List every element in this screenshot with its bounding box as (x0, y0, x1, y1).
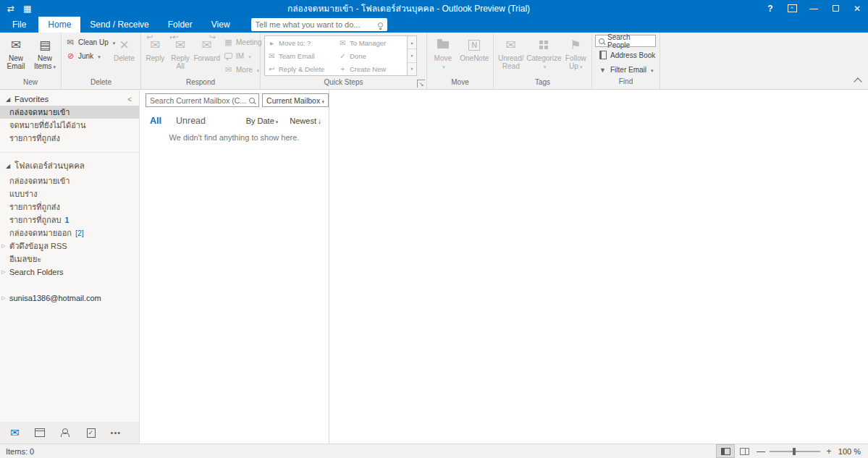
dropdown-arrow-icon (51, 62, 56, 70)
close-button[interactable] (846, 0, 868, 17)
quick-step-to-manager[interactable]: ✉To Manager (336, 36, 407, 49)
folder-deleted-items[interactable]: รายการที่ถูกลบ1 (0, 213, 139, 226)
sort-arrow-icon (316, 116, 321, 125)
address-book-button[interactable]: Address Book (595, 48, 657, 62)
minimize-button[interactable] (803, 0, 825, 17)
zoom-slider-thumb[interactable] (793, 448, 796, 455)
tab-folder[interactable]: Folder (159, 17, 202, 33)
account-hotmail[interactable]: sunisa1386@hotmail.com (0, 292, 139, 305)
search-people-button[interactable]: Search People (595, 35, 656, 47)
quick-steps-gallery: ▸Move to: ? ✉To Manager ✉Team Email ✓Don… (264, 35, 408, 76)
zoom-out-button[interactable]: — (754, 446, 768, 457)
ribbon-tab-row: File Home Send / Receive Folder View Tel… (0, 17, 868, 33)
new-email-button[interactable]: New Email (1, 34, 30, 77)
dropdown-arrow-icon (321, 96, 325, 105)
sort-direction[interactable]: Newest (290, 116, 321, 125)
quick-step-team-email[interactable]: ✉Team Email (265, 49, 336, 62)
new-items-button[interactable]: New Items (30, 34, 59, 77)
im-button[interactable]: IM (221, 49, 258, 63)
im-icon (224, 53, 232, 59)
nav-calendar-icon[interactable] (35, 428, 45, 437)
dropdown-arrow-icon (578, 62, 583, 70)
junk-button[interactable]: Junk (63, 49, 109, 63)
ribbon-display-options-icon[interactable] (781, 0, 803, 17)
folder-inbox[interactable]: กล่องจดหมายเข้า (0, 174, 139, 187)
nav-tasks-icon[interactable] (87, 428, 96, 438)
nav-people-icon[interactable] (60, 428, 72, 437)
folder-rss-feeds[interactable]: ตัวดึงข้อมูล RSS (0, 239, 139, 253)
zoom-in-button[interactable]: + (822, 446, 836, 457)
qat-grid-icon[interactable] (23, 4, 31, 13)
title-bar: กล่องจดหมายเข้า - โฟลเดอร์ส่วนบุคคล - Ou… (0, 0, 868, 17)
reply-button[interactable]: Reply (143, 34, 168, 77)
help-icon[interactable] (759, 0, 781, 17)
quick-step-move-to[interactable]: ▸Move to: ? (265, 36, 336, 49)
folder-inbox-favorite[interactable]: กล่องจดหมายเข้า (0, 106, 139, 119)
personal-folders-header[interactable]: โฟลเดอร์ส่วนบุคคล (0, 157, 139, 174)
filter-unread[interactable]: Unread (176, 116, 206, 126)
collapse-triangle-icon[interactable] (6, 163, 14, 169)
folder-drafts[interactable]: แบบร่าง (0, 187, 139, 200)
collapse-triangle-icon[interactable] (6, 96, 14, 103)
more-respond-button[interactable]: More (221, 63, 258, 77)
filter-all[interactable]: All (150, 116, 161, 126)
expand-triangle-icon[interactable] (1, 266, 9, 279)
group-label-delete: Delete (62, 77, 140, 89)
folder-sent-items[interactable]: รายการที่ถูกส่ง (0, 200, 139, 213)
filter-email-button[interactable]: Filter Email (595, 63, 657, 77)
delete-button[interactable]: Delete (109, 34, 139, 77)
quick-step-create-new[interactable]: +Create New (336, 62, 407, 75)
onenote-button[interactable]: OneNote (458, 34, 492, 77)
expand-triangle-icon[interactable] (1, 239, 9, 253)
favorites-header[interactable]: Favorites (0, 90, 139, 106)
window-controls (759, 0, 868, 17)
folder-sent-items-favorite[interactable]: รายการที่ถูกส่ง (0, 132, 139, 145)
reading-pane (329, 90, 868, 444)
nav-mail-icon[interactable] (10, 426, 20, 439)
move-button[interactable]: Move (429, 34, 458, 77)
tellme-box[interactable]: Tell me what you want to do... (251, 18, 387, 31)
normal-view-button[interactable] (716, 444, 735, 458)
folder-unread-mail-favorite[interactable]: จดหมายที่ยังไม่ได้อ่าน (0, 119, 139, 132)
reply-all-button[interactable]: Reply All (168, 34, 193, 77)
quick-steps-dialog-launcher-icon[interactable] (417, 80, 425, 88)
zoom-percent[interactable]: 100 % (836, 447, 868, 456)
dropdown-arrow-icon (274, 116, 279, 125)
tab-home[interactable]: Home (38, 17, 80, 33)
minimize-folder-pane-icon[interactable] (127, 96, 135, 103)
scroll-down-icon[interactable] (408, 49, 416, 62)
envelope-icon: ✉ (268, 52, 276, 60)
gallery-expand-icon[interactable] (408, 63, 416, 75)
maximize-button[interactable] (825, 0, 846, 17)
collapse-ribbon-icon[interactable] (854, 77, 861, 85)
forward-button[interactable]: Forward (193, 34, 221, 77)
quick-steps-scrollbar[interactable] (408, 35, 417, 76)
follow-up-button[interactable]: Follow Up (561, 34, 590, 77)
folder-junk-email[interactable]: อีเมลขยะ (0, 253, 139, 266)
plus-icon: + (339, 65, 347, 73)
tab-file[interactable]: File (0, 17, 38, 33)
unread-read-button[interactable]: Unread/ Read (495, 34, 526, 77)
meeting-button[interactable]: Meeting (221, 35, 258, 49)
search-input[interactable]: Search Current Mailbox (C... (146, 93, 259, 107)
expand-triangle-icon[interactable] (1, 292, 9, 305)
tab-view[interactable]: View (202, 17, 240, 33)
mailbox-scope-dropdown[interactable]: Current Mailbox (262, 93, 329, 107)
quick-step-reply-delete[interactable]: ↩Reply & Delete (265, 62, 336, 75)
zoom-slider[interactable] (770, 451, 820, 452)
ribbon-group-find: Search People Address Book Filter Email … (592, 33, 660, 89)
sort-by-date[interactable]: By Date (246, 116, 279, 125)
ribbon-group-tags: Unread/ Read Categorize Follow Up Tags (494, 33, 592, 89)
folder-outbox[interactable]: กล่องจดหมายออก[2] (0, 226, 139, 239)
search-icon[interactable] (249, 98, 255, 103)
categorize-button[interactable]: Categorize (526, 34, 561, 77)
reading-view-button[interactable] (735, 444, 754, 458)
quick-step-done[interactable]: ✓Done (336, 49, 407, 62)
send-receive-icon[interactable] (7, 4, 14, 13)
filter-row: All Unread By Date Newest (140, 110, 329, 127)
nav-more-icon[interactable] (111, 428, 122, 437)
tab-send-receive[interactable]: Send / Receive (80, 17, 158, 33)
clean-up-button[interactable]: Clean Up (63, 35, 109, 49)
scroll-up-icon[interactable] (408, 36, 416, 49)
folder-search-folders[interactable]: Search Folders (0, 266, 139, 279)
